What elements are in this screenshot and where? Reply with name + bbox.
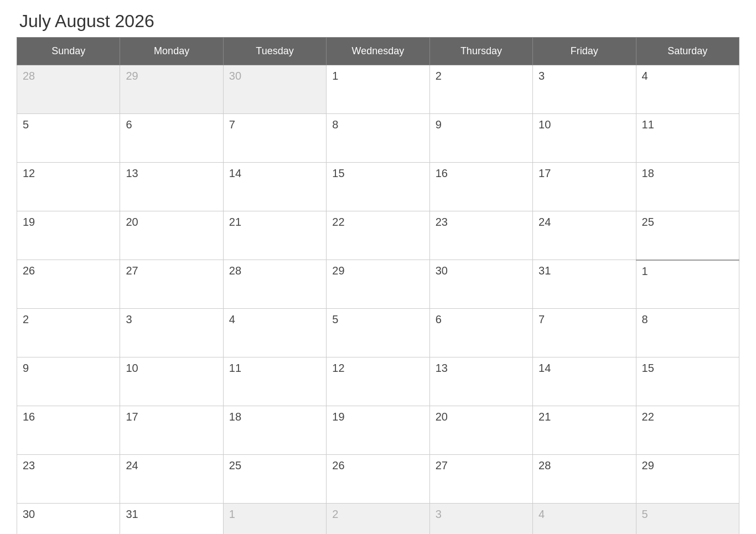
calendar-cell: 27 — [429, 455, 532, 504]
header-day-saturday: Saturday — [636, 38, 739, 65]
calendar-body: 2829301234567891011121314151617181920212… — [17, 65, 739, 535]
calendar-cell: 2 — [327, 504, 429, 535]
header-day-wednesday: Wednesday — [327, 38, 429, 65]
calendar-cell: 1 — [223, 504, 326, 535]
calendar-cell: 18 — [636, 163, 739, 211]
calendar-cell: 25 — [223, 455, 326, 504]
calendar-cell: 16 — [429, 163, 532, 211]
calendar-cell: 14 — [533, 357, 636, 406]
calendar-cell: 3 — [120, 309, 223, 357]
calendar-cell: 1 — [327, 65, 429, 114]
calendar-cell: 17 — [120, 406, 223, 455]
calendar-cell: 13 — [429, 357, 532, 406]
calendar-row: 2829301234 — [17, 65, 739, 114]
calendar-cell: 12 — [17, 163, 120, 211]
calendar-cell: 20 — [429, 406, 532, 455]
calendar-cell: 7 — [533, 309, 636, 357]
calendar-cell: 3 — [429, 504, 532, 535]
calendar-cell: 25 — [636, 211, 739, 260]
calendar-cell: 19 — [327, 406, 429, 455]
calendar-cell: 31 — [533, 260, 636, 309]
calendar-cell: 24 — [533, 211, 636, 260]
calendar-cell: 29 — [327, 260, 429, 309]
calendar-cell: 21 — [533, 406, 636, 455]
calendar-cell: 2 — [17, 309, 120, 357]
header-day-monday: Monday — [120, 38, 223, 65]
calendar-cell: 9 — [429, 114, 532, 163]
calendar-row: 9101112131415 — [17, 357, 739, 406]
calendar-cell: 1 — [636, 260, 739, 309]
calendar-cell: 9 — [17, 357, 120, 406]
calendar-cell: 7 — [223, 114, 326, 163]
calendar-row: 16171819202122 — [17, 406, 739, 455]
calendar-cell: 17 — [533, 163, 636, 211]
calendar-cell: 24 — [120, 455, 223, 504]
calendar-cell: 15 — [636, 357, 739, 406]
calendar-cell: 20 — [120, 211, 223, 260]
calendar-cell: 5 — [636, 504, 739, 535]
calendar-cell: 6 — [429, 309, 532, 357]
calendar-cell: 13 — [120, 163, 223, 211]
calendar-cell: 28 — [223, 260, 326, 309]
calendar-cell: 27 — [120, 260, 223, 309]
header-row: SundayMondayTuesdayWednesdayThursdayFrid… — [17, 38, 739, 65]
calendar-cell: 22 — [636, 406, 739, 455]
calendar-cell: 22 — [327, 211, 429, 260]
calendar-row: 12131415161718 — [17, 163, 739, 211]
calendar-row: 303112345 — [17, 504, 739, 535]
calendar-cell: 16 — [17, 406, 120, 455]
calendar-cell: 23 — [429, 211, 532, 260]
calendar-cell: 21 — [223, 211, 326, 260]
header-day-tuesday: Tuesday — [223, 38, 326, 65]
calendar-cell: 23 — [17, 455, 120, 504]
calendar-table: SundayMondayTuesdayWednesdayThursdayFrid… — [17, 37, 739, 534]
calendar-cell: 2 — [429, 65, 532, 114]
calendar-cell: 18 — [223, 406, 326, 455]
calendar-cell: 4 — [636, 65, 739, 114]
calendar-row: 2627282930311 — [17, 260, 739, 309]
calendar-cell: 28 — [17, 65, 120, 114]
calendar-cell: 4 — [533, 504, 636, 535]
calendar-cell: 26 — [327, 455, 429, 504]
calendar-cell: 28 — [533, 455, 636, 504]
calendar-row: 19202122232425 — [17, 211, 739, 260]
calendar-row: 2345678 — [17, 309, 739, 357]
calendar-cell: 4 — [223, 309, 326, 357]
calendar-cell: 6 — [120, 114, 223, 163]
calendar-cell: 26 — [17, 260, 120, 309]
calendar-cell: 5 — [327, 309, 429, 357]
header-day-thursday: Thursday — [429, 38, 532, 65]
calendar-cell: 30 — [17, 504, 120, 535]
calendar-row: 567891011 — [17, 114, 739, 163]
calendar-cell: 14 — [223, 163, 326, 211]
calendar-cell: 29 — [120, 65, 223, 114]
calendar-cell: 5 — [17, 114, 120, 163]
calendar-cell: 19 — [17, 211, 120, 260]
header-day-sunday: Sunday — [17, 38, 120, 65]
calendar-row: 23242526272829 — [17, 455, 739, 504]
calendar-cell: 29 — [636, 455, 739, 504]
calendar-cell: 10 — [533, 114, 636, 163]
calendar-cell: 8 — [327, 114, 429, 163]
calendar-cell: 10 — [120, 357, 223, 406]
page-title: July August 2026 — [17, 11, 739, 32]
calendar-cell: 30 — [223, 65, 326, 114]
calendar-cell: 12 — [327, 357, 429, 406]
calendar-cell: 30 — [429, 260, 532, 309]
calendar-cell: 11 — [223, 357, 326, 406]
calendar-cell: 31 — [120, 504, 223, 535]
header-day-friday: Friday — [533, 38, 636, 65]
calendar-header: SundayMondayTuesdayWednesdayThursdayFrid… — [17, 38, 739, 65]
calendar-cell: 11 — [636, 114, 739, 163]
calendar-cell: 8 — [636, 309, 739, 357]
calendar-cell: 15 — [327, 163, 429, 211]
calendar-cell: 3 — [533, 65, 636, 114]
